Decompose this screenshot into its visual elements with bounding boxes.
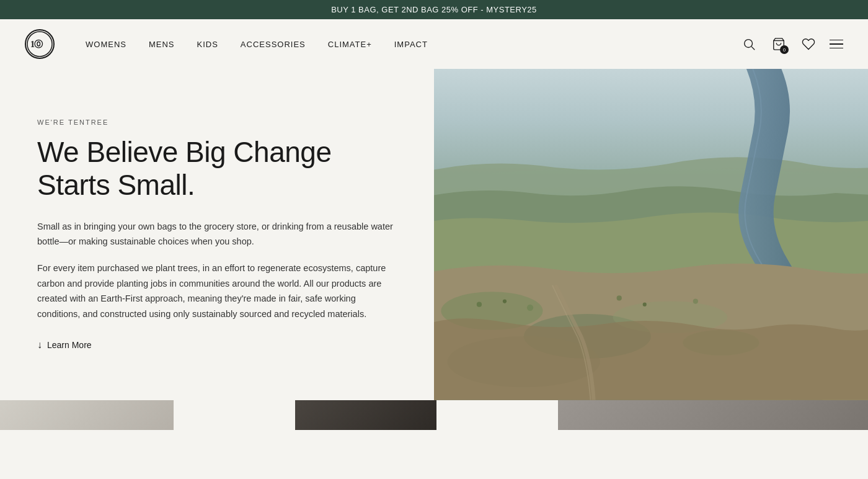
cart-badge: 0 [780,45,789,54]
announcement-bar: BUY 1 BAG, GET 2ND BAG 25% OFF - MYSTERY… [0,0,868,19]
nav-climate[interactable]: CLIMATE+ [328,40,372,49]
search-icon [742,37,756,51]
hero-image-panel [434,69,868,400]
nav-kids[interactable]: KIDS [197,40,218,49]
search-button[interactable] [740,35,758,53]
hero-body-2: For every item purchased we plant trees,… [37,261,397,322]
hero-body-1: Small as in bringing your own bags to th… [37,219,397,249]
nav-mens[interactable]: MENS [149,40,175,49]
bottom-image-3 [558,400,868,430]
arrow-down-icon: ↓ [37,339,42,351]
svg-point-15 [617,295,622,300]
svg-point-17 [693,298,698,303]
logo-circle: 1⓪ [25,29,55,59]
main-nav: WOMENS MENS KIDS ACCESSORIES CLIMATE+ IM… [86,40,740,49]
svg-point-16 [643,303,647,307]
wishlist-button[interactable] [800,35,817,53]
nav-accessories[interactable]: ACCESSORIES [241,40,306,49]
header-icons: 0 [740,35,843,53]
hero-image [434,69,868,400]
svg-point-13 [503,299,507,303]
announcement-text: BUY 1 BAG, GET 2ND BAG 25% OFF - MYSTERY… [331,5,537,14]
hamburger-line-3 [830,48,843,49]
hero-eyebrow: WE'RE TENTREE [37,119,397,126]
hamburger-line-1 [830,40,843,41]
hero-headline: We Believe Big Change Starts Small. [37,136,397,202]
svg-point-12 [477,302,482,307]
landscape-illustration [434,69,868,400]
bottom-image-1 [0,400,174,430]
nav-womens[interactable]: WOMENS [86,40,126,49]
learn-more-link[interactable]: ↓ Learn More [37,339,397,351]
svg-line-3 [751,47,755,50]
main-content: WE'RE TENTREE We Believe Big Change Star… [0,69,868,430]
hero-text-panel: WE'RE TENTREE We Believe Big Change Star… [0,69,434,400]
bottom-gap-2 [436,400,558,430]
menu-button[interactable] [830,40,843,49]
bottom-image-2 [295,400,436,430]
logo[interactable]: 1⓪ [25,29,55,59]
hero-section: WE'RE TENTREE We Believe Big Change Star… [0,69,868,400]
learn-more-label: Learn More [47,340,92,350]
svg-text:1⓪: 1⓪ [30,39,43,49]
header: 1⓪ WOMENS MENS KIDS ACCESSORIES CLIMATE+… [0,19,868,69]
svg-point-14 [527,305,533,311]
nav-impact[interactable]: IMPACT [394,40,428,49]
hamburger-line-2 [830,43,843,45]
heart-icon [802,37,815,51]
svg-point-2 [745,40,753,48]
cart-button[interactable]: 0 [770,35,787,53]
bottom-gap-1 [174,400,295,430]
bottom-image-row [0,400,868,430]
